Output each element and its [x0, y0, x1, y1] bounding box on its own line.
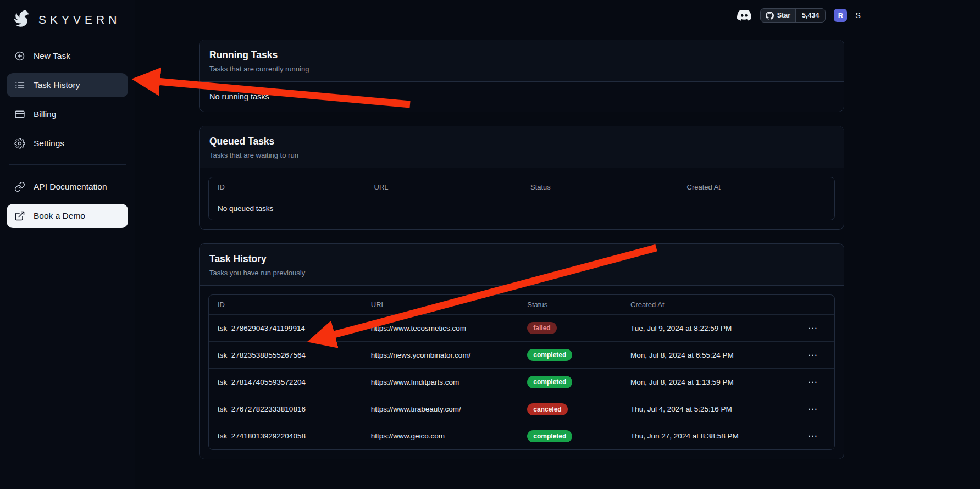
external-link-icon: [14, 210, 25, 221]
plus-circle-icon: [14, 51, 25, 62]
task-history-header: Task History Tasks you have run previous…: [200, 244, 844, 286]
main-content: Running Tasks Tasks that are currently r…: [135, 0, 980, 489]
cell-actions: ⋯: [790, 423, 834, 449]
cell-status: canceled: [518, 396, 622, 423]
sidebar-item-label: New Task: [34, 51, 70, 61]
status-badge: completed: [527, 430, 572, 442]
cell-status: completed: [518, 369, 622, 396]
sidebar-item-new-task[interactable]: New Task: [7, 44, 128, 68]
cell-url: https://www.tecosmetics.com: [362, 315, 519, 342]
cell-actions: ⋯: [790, 342, 834, 369]
running-tasks-empty-state: No running tasks: [200, 82, 844, 112]
running-tasks-header: Running Tasks Tasks that are currently r…: [200, 40, 844, 82]
card-title: Running Tasks: [209, 49, 834, 61]
sidebar-item-api-documentation[interactable]: API Documentation: [7, 175, 128, 199]
cell-id: tsk_278629043741199914: [209, 315, 362, 342]
credit-card-icon: [14, 109, 25, 120]
card-title: Queued Tasks: [209, 136, 834, 147]
cell-id: tsk_276727822333810816: [209, 396, 362, 423]
status-badge: canceled: [527, 403, 567, 415]
cell-id: tsk_278235388555267564: [209, 342, 362, 369]
queued-tasks-empty-state: No queued tasks: [209, 197, 834, 220]
sidebar-item-label: Settings: [34, 138, 64, 148]
skyvern-logo-icon: [11, 9, 33, 31]
sidebar-item-label: Billing: [34, 109, 56, 119]
empty-row: No queued tasks: [209, 197, 834, 220]
status-badge: completed: [527, 376, 572, 388]
status-badge: completed: [527, 349, 572, 361]
card-subtitle: Tasks that are currently running: [209, 65, 834, 73]
sidebar: SKYVERN New Task Task History Billing: [0, 0, 135, 489]
cell-id: tsk_274180139292204058: [209, 423, 362, 449]
avatar[interactable]: R: [834, 9, 847, 22]
sidebar-item-task-history[interactable]: Task History: [7, 73, 128, 97]
cell-status: completed: [518, 342, 622, 369]
row-actions-button[interactable]: ⋯: [804, 324, 822, 333]
card-subtitle: Tasks that are waiting to run: [209, 151, 834, 159]
row-actions-button[interactable]: ⋯: [804, 404, 822, 414]
cell-actions: ⋯: [790, 315, 834, 342]
cell-created: Mon, Jul 8, 2024 at 1:13:59 PM: [622, 369, 790, 396]
card-title: Task History: [209, 253, 834, 265]
cell-url: https://news.ycombinator.com/: [362, 342, 519, 369]
table-row[interactable]: tsk_278235388555267564 https://news.ycom…: [209, 342, 834, 369]
book-a-demo-button[interactable]: Book a Demo: [7, 204, 128, 228]
cell-created: Tue, Jul 9, 2024 at 8:22:59 PM: [622, 315, 790, 342]
column-header-url: URL: [362, 295, 519, 315]
cell-id: tsk_278147405593572204: [209, 369, 362, 396]
history-table-body: tsk_278629043741199914 https://www.tecos…: [209, 315, 834, 449]
gear-icon: [14, 138, 25, 149]
github-star-count[interactable]: 5,434: [795, 9, 825, 22]
queued-tasks-table: ID URL Status Created At No queued tasks: [208, 177, 835, 220]
column-header-url: URL: [366, 177, 522, 197]
github-star-button[interactable]: Star 5,434: [760, 8, 826, 23]
running-tasks-card: Running Tasks Tasks that are currently r…: [199, 40, 844, 112]
row-actions-button[interactable]: ⋯: [804, 351, 822, 360]
user-name-partial: S: [855, 11, 861, 20]
column-header-id: ID: [209, 295, 362, 315]
cell-actions: ⋯: [790, 369, 834, 396]
discord-icon[interactable]: [737, 9, 752, 22]
cell-url: https://www.geico.com: [362, 423, 519, 449]
column-header-created-at: Created At: [622, 295, 790, 315]
list-icon: [14, 80, 25, 91]
sidebar-item-label: Task History: [34, 80, 80, 90]
github-star-segment[interactable]: Star: [761, 9, 795, 22]
table-row[interactable]: tsk_276727822333810816 https://www.tirab…: [209, 396, 834, 423]
cell-actions: ⋯: [790, 396, 834, 423]
status-badge: failed: [527, 322, 556, 334]
table-row[interactable]: tsk_278629043741199914 https://www.tecos…: [209, 315, 834, 342]
github-icon: [766, 12, 774, 20]
task-history-table: ID URL Status Created At tsk_27862904374…: [208, 294, 835, 450]
column-header-created-at: Created At: [678, 177, 835, 197]
sidebar-item-label: Book a Demo: [34, 211, 85, 221]
cell-created: Thu, Jul 4, 2024 at 5:25:16 PM: [622, 396, 790, 423]
task-history-card: Task History Tasks you have run previous…: [199, 243, 844, 459]
sidebar-item-label: API Documentation: [34, 182, 107, 192]
cell-status: completed: [518, 423, 622, 449]
column-header-id: ID: [209, 177, 366, 197]
row-actions-button[interactable]: ⋯: [804, 377, 822, 387]
sidebar-divider: [9, 164, 126, 165]
queued-tasks-card: Queued Tasks Tasks that are waiting to r…: [199, 126, 844, 230]
link-icon: [14, 181, 25, 192]
sidebar-item-settings[interactable]: Settings: [7, 131, 128, 155]
cell-url: https://www.finditparts.com: [362, 369, 519, 396]
card-subtitle: Tasks you have run previously: [209, 269, 834, 277]
table-row[interactable]: tsk_274180139292204058 https://www.geico…: [209, 423, 834, 449]
column-header-status: Status: [518, 295, 622, 315]
sidebar-item-billing[interactable]: Billing: [7, 102, 128, 126]
row-actions-button[interactable]: ⋯: [804, 431, 822, 441]
topbar: Star 5,434 R S: [737, 8, 861, 23]
queued-tasks-header: Queued Tasks Tasks that are waiting to r…: [200, 126, 844, 168]
cell-status: failed: [518, 315, 622, 342]
skyvern-logo[interactable]: SKYVERN: [7, 7, 128, 44]
cell-url: https://www.tirabeauty.com/: [362, 396, 519, 423]
cell-created: Mon, Jul 8, 2024 at 6:55:24 PM: [622, 342, 790, 369]
table-row[interactable]: tsk_278147405593572204 https://www.findi…: [209, 369, 834, 396]
cell-created: Thu, Jun 27, 2024 at 8:38:58 PM: [622, 423, 790, 449]
brand-name: SKYVERN: [38, 13, 120, 26]
column-header-actions: [790, 295, 834, 315]
github-star-label: Star: [777, 12, 790, 19]
column-header-status: Status: [522, 177, 678, 197]
